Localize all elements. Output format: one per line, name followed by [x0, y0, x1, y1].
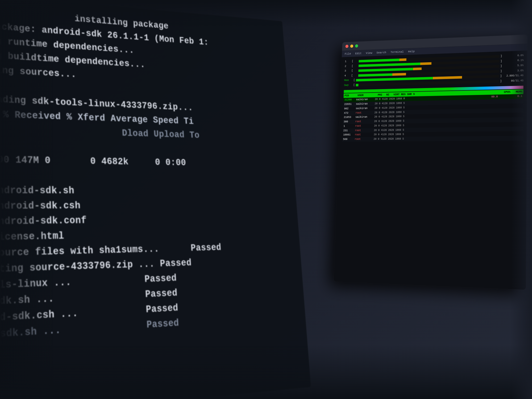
close-dot[interactable]	[345, 45, 348, 48]
maximize-dot[interactable]	[355, 44, 358, 48]
terminal-body: 1 [ ] 6.0% 2 [ ] 6.1% 3 [ ] 5.9% 4 [ ]	[334, 51, 527, 290]
desktop-scene: installing package package: android-sdk …	[0, 0, 532, 399]
foreground-terminal: File Edit View Search Terminal Help 1 [ …	[334, 35, 527, 290]
minimize-dot[interactable]	[350, 44, 353, 48]
background-terminal: installing package package: android-sdk …	[0, 0, 311, 399]
